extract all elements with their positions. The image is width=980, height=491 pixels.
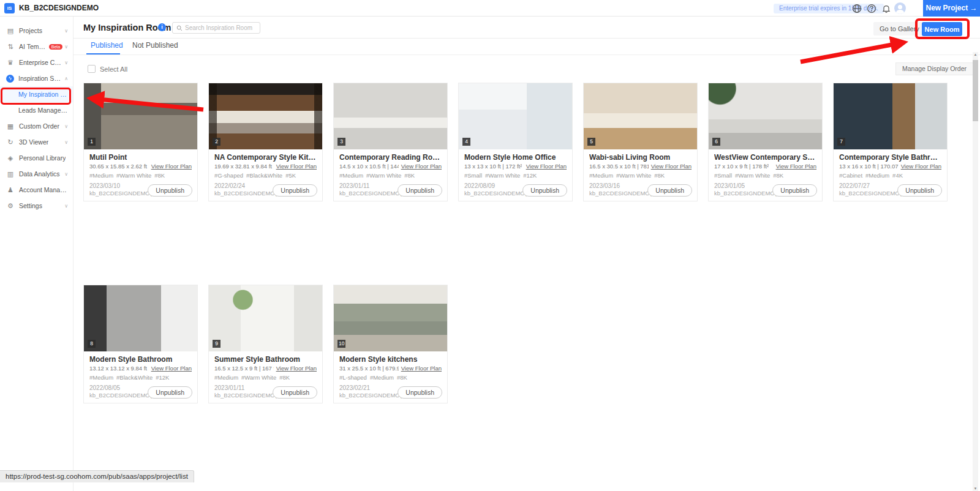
select-all-control[interactable]: Select All: [83, 65, 127, 73]
card-info: Modern Style kitchens 31 x 25.5 x 10 ft …: [334, 351, 447, 403]
card-info: Contemporary Style Bathroom 【Pic】 13 x 1…: [834, 149, 947, 201]
card-thumbnail[interactable]: 2: [209, 83, 322, 149]
tag: #Warm White: [616, 172, 651, 179]
scrollbar-thumb[interactable]: [973, 60, 978, 121]
card-dimensions: 13.12 x 13.12 x 9.84 ft | 183.2 ft²: [89, 365, 149, 372]
view-floor-plan-link[interactable]: View Floor Plan: [401, 163, 442, 170]
card-title[interactable]: Modern Style Home Office: [464, 153, 567, 162]
card-title[interactable]: Summer Style Bathroom: [214, 355, 317, 364]
unpublish-button[interactable]: Unpublish: [398, 184, 442, 197]
globe-icon[interactable]: [851, 3, 862, 14]
sidebar-item-label: Account Management: [19, 186, 68, 193]
sidebar-item-label: Settings: [19, 202, 42, 209]
scrollbar-down-arrow[interactable]: ▼: [973, 487, 978, 490]
info-icon[interactable]: i: [158, 23, 166, 31]
view-floor-plan-link[interactable]: View Floor Plan: [401, 365, 442, 372]
card-title[interactable]: Contemporary Reading Room: [339, 153, 442, 162]
card-title[interactable]: NA Contemporary Style Kitchen: [214, 153, 317, 162]
help-icon[interactable]: [866, 3, 877, 14]
sidebar-item-inspiration-spaces[interactable]: ϟ Inspiration Spaces ∧: [0, 70, 73, 86]
vertical-scrollbar[interactable]: ▲ ▼: [973, 52, 978, 491]
sidebar-item-label: Projects: [19, 27, 42, 34]
card-thumbnail[interactable]: 6: [709, 83, 822, 149]
view-floor-plan-link[interactable]: View Floor Plan: [151, 365, 192, 372]
room-card: 4 Modern Style Home Office 13 x 13 x 10 …: [458, 83, 573, 201]
unpublish-button[interactable]: Unpublish: [273, 386, 317, 399]
sidebar-item-leads-management[interactable]: Leads Management: [0, 102, 73, 118]
sidebar-item-label: Custom Order: [19, 122, 59, 130]
tag: #Warm White: [735, 172, 770, 179]
card-order-badge: 7: [837, 138, 845, 146]
unpublish-button[interactable]: Unpublish: [522, 184, 567, 197]
unpublish-button[interactable]: Unpublish: [148, 386, 192, 399]
card-title[interactable]: Contemporary Style Bathroom 【Pic】: [839, 153, 941, 162]
tag: #Cabinet: [839, 172, 862, 179]
view-floor-plan-link[interactable]: View Floor Plan: [776, 163, 816, 170]
sidebar-item-account-management[interactable]: ♟ Account Management: [0, 182, 73, 198]
manage-display-order-button[interactable]: Manage Display Order: [895, 62, 973, 75]
tag: #G-shaped: [214, 172, 243, 179]
scrollbar-up-arrow[interactable]: ▲: [973, 53, 978, 56]
view-floor-plan-link[interactable]: View Floor Plan: [651, 163, 692, 170]
header-divider: [74, 38, 980, 39]
tag: #5K: [285, 172, 296, 179]
tag: #8K: [404, 172, 415, 179]
card-tags: #L-shaped#Medium#8K: [339, 374, 442, 381]
unpublish-button[interactable]: Unpublish: [398, 386, 442, 399]
card-thumbnail[interactable]: 1: [84, 83, 197, 149]
unpublish-button[interactable]: Unpublish: [772, 184, 817, 197]
beta-badge: Beta: [49, 44, 62, 50]
tab-published[interactable]: Published: [91, 41, 123, 50]
unpublish-button[interactable]: Unpublish: [148, 184, 192, 197]
card-title[interactable]: Modern Style kitchens: [339, 355, 442, 364]
card-title[interactable]: Mutil Point: [89, 153, 192, 162]
card-title[interactable]: Modern Style Bathroom: [89, 355, 192, 364]
bell-icon[interactable]: [881, 3, 892, 14]
sidebar-item-3d-viewer[interactable]: ↻ 3D Viewer ∨: [0, 134, 73, 150]
room-card: 2 NA Contemporary Style Kitchen 19.69 x …: [208, 83, 323, 201]
tab-not-published[interactable]: Not Published: [132, 41, 178, 50]
sidebar-item-enterprise-catalog[interactable]: ♛ Enterprise Catalog ∨: [0, 54, 73, 70]
avatar-head: [898, 5, 902, 9]
card-order-badge: 10: [337, 340, 345, 348]
card-dimensions: 13 x 16 x 10 ft | 170.07 ft²: [839, 163, 899, 170]
unpublish-button[interactable]: Unpublish: [273, 184, 317, 197]
sidebar-item-personal-library[interactable]: ◈ Personal Library: [0, 150, 73, 166]
tag: #8K: [279, 374, 290, 381]
user-icon: ♟: [6, 186, 15, 194]
card-order-badge: 9: [213, 340, 221, 348]
card-thumbnail[interactable]: 7: [834, 83, 947, 149]
user-avatar[interactable]: [894, 2, 906, 14]
view-floor-plan-link[interactable]: View Floor Plan: [901, 163, 941, 170]
tag: #Medium: [89, 172, 113, 179]
card-thumbnail[interactable]: 8: [84, 285, 197, 351]
unpublish-button[interactable]: Unpublish: [647, 184, 692, 197]
new-project-button[interactable]: New Project →: [923, 0, 980, 17]
sidebar-item-projects[interactable]: ▤ Projects ∨: [0, 23, 73, 39]
view-floor-plan-link[interactable]: View Floor Plan: [151, 163, 192, 170]
sidebar-item-custom-order[interactable]: ▦ Custom Order ∨: [0, 118, 73, 134]
sidebar-item-my-inspiration-room[interactable]: My Inspiration Room: [0, 86, 73, 102]
card-title[interactable]: Wabi-sabi Living Room: [589, 153, 692, 162]
view-floor-plan-link[interactable]: View Floor Plan: [276, 365, 317, 372]
clipboard-icon: ▦: [6, 122, 15, 130]
chevron-icon: ∨: [62, 28, 68, 34]
card-title[interactable]: WestView Contemporary Style Bathroom: [714, 153, 816, 162]
card-thumbnail[interactable]: 4: [459, 83, 572, 149]
tag: #12K: [156, 374, 169, 381]
sidebar-item-ai-templates[interactable]: ⇅ AI Templates Beta ∨: [0, 39, 73, 54]
sidebar-item-settings[interactable]: ⚙ Settings ∨: [0, 198, 73, 214]
card-thumbnail[interactable]: 9: [209, 285, 322, 351]
view-floor-plan-link[interactable]: View Floor Plan: [276, 163, 317, 170]
search-input[interactable]: [185, 24, 252, 31]
card-thumbnail[interactable]: 5: [584, 83, 697, 149]
sidebar-item-data-analytics[interactable]: ▥ Data Analytics ∨: [0, 166, 73, 182]
new-room-button[interactable]: New Room: [922, 22, 962, 36]
card-thumbnail[interactable]: 3: [334, 83, 447, 149]
view-floor-plan-link[interactable]: View Floor Plan: [526, 163, 567, 170]
select-all-checkbox[interactable]: [88, 65, 96, 73]
sidebar-item-label: AI Templates: [19, 43, 47, 50]
card-tags: #Medium#Warm White#8K: [214, 374, 317, 381]
unpublish-button[interactable]: Unpublish: [897, 184, 942, 197]
card-thumbnail[interactable]: 10: [334, 285, 447, 351]
